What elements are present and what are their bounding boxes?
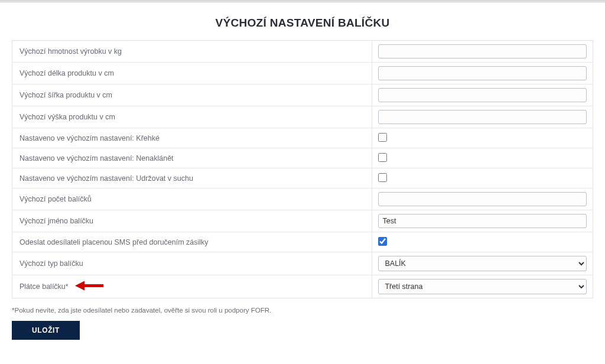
save-button[interactable]: ULOŽIT: [12, 321, 80, 340]
checkbox-send-sms[interactable]: [378, 237, 387, 246]
label-package-count: Výchozí počet balíčků: [12, 188, 372, 210]
checkbox-fragile[interactable]: [378, 133, 387, 142]
label-fragile: Nastaveno ve výchozím nastavení: Křehké: [12, 128, 372, 148]
select-package-type[interactable]: BALÍK: [378, 256, 587, 271]
row-send-sms: Odeslat odesílateli placenou SMS před do…: [12, 232, 593, 252]
row-package-count: Výchozí počet balíčků: [12, 188, 593, 210]
label-default-height: Výchozí výška produktu v cm: [12, 106, 372, 128]
settings-panel: VÝCHOZÍ NASTAVENÍ BALÍČKU Výchozí hmotno…: [0, 2, 605, 352]
label-default-length: Výchozí délka produktu v cm: [12, 63, 372, 84]
input-default-weight[interactable]: [378, 44, 587, 58]
checkbox-no-tilt[interactable]: [378, 153, 387, 162]
label-send-sms: Odeslat odesílateli placenou SMS před do…: [12, 232, 372, 252]
label-package-name: Výchozí jméno balíčku: [12, 210, 372, 232]
label-default-weight: Výchozí hmotnost výrobku v kg: [12, 41, 372, 63]
row-package-payer: Plátce balíčku* Třetí strana: [12, 275, 593, 298]
row-no-tilt: Nastaveno ve výchozím nastavení: Nenaklá…: [12, 148, 593, 168]
input-package-count[interactable]: [378, 192, 587, 206]
footnote: *Pokud nevíte, zda jste odesílatel nebo …: [12, 307, 593, 314]
input-default-height[interactable]: [378, 110, 587, 124]
annotation-arrow-icon: [74, 280, 105, 294]
page-title: VÝCHOZÍ NASTAVENÍ BALÍČKU: [12, 8, 593, 40]
row-default-width: Výchozí šířka produktu v cm: [12, 84, 593, 106]
select-package-payer[interactable]: Třetí strana: [378, 279, 587, 294]
settings-table: Výchozí hmotnost výrobku v kg Výchozí dé…: [12, 40, 593, 298]
label-keep-dry: Nastaveno ve výchozím nastavení: Udržova…: [12, 168, 372, 188]
row-package-name: Výchozí jméno balíčku: [12, 210, 593, 232]
label-default-width: Výchozí šířka produktu v cm: [12, 84, 372, 106]
input-package-name[interactable]: [378, 214, 587, 228]
checkbox-keep-dry[interactable]: [378, 173, 387, 182]
input-default-width[interactable]: [378, 88, 587, 102]
label-no-tilt: Nastaveno ve výchozím nastavení: Nenaklá…: [12, 148, 372, 168]
row-keep-dry: Nastaveno ve výchozím nastavení: Udržova…: [12, 168, 593, 188]
svg-marker-1: [75, 281, 84, 291]
row-package-type: Výchozí typ balíčku BALÍK: [12, 252, 593, 275]
row-default-length: Výchozí délka produktu v cm: [12, 63, 593, 84]
label-package-payer-text: Plátce balíčku*: [19, 282, 69, 291]
row-fragile: Nastaveno ve výchozím nastavení: Křehké: [12, 128, 593, 148]
label-package-payer: Plátce balíčku*: [12, 275, 372, 298]
input-default-length[interactable]: [378, 66, 587, 80]
label-package-type: Výchozí typ balíčku: [12, 252, 372, 275]
row-default-height: Výchozí výška produktu v cm: [12, 106, 593, 128]
row-default-weight: Výchozí hmotnost výrobku v kg: [12, 41, 593, 63]
